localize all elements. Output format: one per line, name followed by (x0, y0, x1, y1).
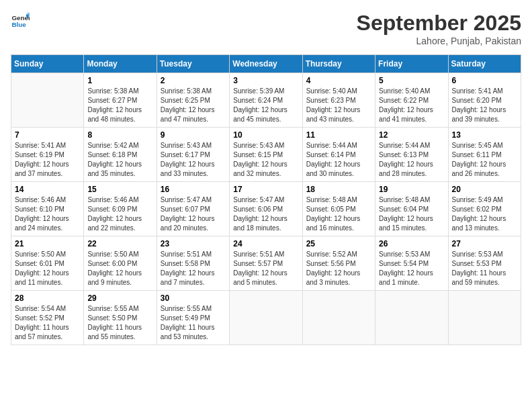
calendar-week-row: 7Sunrise: 5:41 AMSunset: 6:19 PMDaylight… (11, 128, 521, 182)
calendar-cell: 4Sunrise: 5:40 AMSunset: 6:23 PMDaylight… (302, 73, 375, 128)
calendar-cell: 23Sunrise: 5:51 AMSunset: 5:58 PMDayligh… (157, 236, 229, 291)
calendar-cell: 14Sunrise: 5:46 AMSunset: 6:10 PMDayligh… (11, 182, 84, 236)
day-info: Sunrise: 5:55 AMSunset: 5:50 PMDaylight:… (87, 304, 152, 342)
day-info: Sunrise: 5:44 AMSunset: 6:13 PMDaylight:… (379, 141, 444, 179)
day-info: Sunrise: 5:47 AMSunset: 6:06 PMDaylight:… (233, 195, 298, 233)
day-info: Sunrise: 5:53 AMSunset: 5:54 PMDaylight:… (379, 250, 444, 287)
day-number: 28 (15, 293, 80, 303)
title-block: September 2025 Lahore, Punjab, Pakistan (357, 11, 521, 46)
calendar-cell: 12Sunrise: 5:44 AMSunset: 6:13 PMDayligh… (375, 128, 448, 182)
day-number: 9 (161, 130, 226, 140)
calendar-header-row: SundayMondayTuesdayWednesdayThursdayFrid… (11, 55, 521, 73)
calendar-cell: 24Sunrise: 5:51 AMSunset: 5:57 PMDayligh… (230, 236, 302, 291)
calendar-cell: 8Sunrise: 5:42 AMSunset: 6:18 PMDaylight… (84, 128, 157, 182)
calendar-cell: 26Sunrise: 5:53 AMSunset: 5:54 PMDayligh… (375, 236, 448, 291)
logo-icon: General Blue (11, 11, 30, 30)
day-of-week-header: Wednesday (230, 55, 302, 73)
calendar-cell (375, 291, 448, 345)
day-number: 1 (87, 76, 152, 85)
calendar-cell: 16Sunrise: 5:47 AMSunset: 6:07 PMDayligh… (157, 182, 229, 236)
day-number: 26 (379, 239, 444, 248)
day-info: Sunrise: 5:48 AMSunset: 6:05 PMDaylight:… (306, 195, 371, 233)
day-info: Sunrise: 5:39 AMSunset: 6:24 PMDaylight:… (233, 87, 298, 124)
calendar-cell: 9Sunrise: 5:43 AMSunset: 6:17 PMDaylight… (157, 128, 229, 182)
day-info: Sunrise: 5:49 AMSunset: 6:02 PMDaylight:… (452, 195, 517, 233)
day-info: Sunrise: 5:50 AMSunset: 6:01 PMDaylight:… (15, 250, 80, 287)
svg-text:Blue: Blue (11, 21, 26, 28)
day-number: 11 (306, 130, 371, 140)
calendar-cell (230, 291, 302, 345)
day-info: Sunrise: 5:55 AMSunset: 5:49 PMDaylight:… (161, 304, 226, 342)
day-info: Sunrise: 5:42 AMSunset: 6:18 PMDaylight:… (87, 141, 152, 179)
day-number: 7 (15, 130, 80, 140)
calendar-week-row: 21Sunrise: 5:50 AMSunset: 6:01 PMDayligh… (11, 236, 521, 291)
day-number: 2 (161, 76, 226, 85)
day-info: Sunrise: 5:41 AMSunset: 6:19 PMDaylight:… (15, 141, 80, 179)
day-number: 23 (161, 239, 226, 248)
day-info: Sunrise: 5:51 AMSunset: 5:57 PMDaylight:… (233, 250, 298, 287)
day-info: Sunrise: 5:44 AMSunset: 6:14 PMDaylight:… (306, 141, 371, 179)
day-number: 14 (15, 185, 80, 194)
day-number: 25 (306, 239, 371, 248)
day-info: Sunrise: 5:40 AMSunset: 6:23 PMDaylight:… (306, 87, 371, 124)
calendar-cell: 22Sunrise: 5:50 AMSunset: 6:00 PMDayligh… (84, 236, 157, 291)
day-info: Sunrise: 5:38 AMSunset: 6:27 PMDaylight:… (87, 87, 152, 124)
day-info: Sunrise: 5:46 AMSunset: 6:10 PMDaylight:… (15, 195, 80, 233)
day-info: Sunrise: 5:40 AMSunset: 6:22 PMDaylight:… (379, 87, 444, 124)
logo: General Blue (11, 11, 30, 30)
calendar-cell: 5Sunrise: 5:40 AMSunset: 6:22 PMDaylight… (375, 73, 448, 128)
calendar-cell (448, 291, 521, 345)
calendar-cell: 30Sunrise: 5:55 AMSunset: 5:49 PMDayligh… (157, 291, 229, 345)
day-number: 6 (452, 76, 517, 85)
day-of-week-header: Tuesday (157, 55, 229, 73)
day-info: Sunrise: 5:51 AMSunset: 5:58 PMDaylight:… (161, 250, 226, 287)
day-number: 12 (379, 130, 444, 140)
calendar-week-row: 28Sunrise: 5:54 AMSunset: 5:52 PMDayligh… (11, 291, 521, 345)
day-info: Sunrise: 5:47 AMSunset: 6:07 PMDaylight:… (161, 195, 226, 233)
calendar-cell (302, 291, 375, 345)
calendar-cell: 3Sunrise: 5:39 AMSunset: 6:24 PMDaylight… (230, 73, 302, 128)
page-header: General Blue September 2025 Lahore, Punj… (11, 11, 521, 46)
calendar-cell: 20Sunrise: 5:49 AMSunset: 6:02 PMDayligh… (448, 182, 521, 236)
day-number: 24 (233, 239, 298, 248)
day-number: 19 (379, 185, 444, 194)
day-number: 20 (452, 185, 517, 194)
day-info: Sunrise: 5:46 AMSunset: 6:09 PMDaylight:… (87, 195, 152, 233)
day-info: Sunrise: 5:45 AMSunset: 6:11 PMDaylight:… (452, 141, 517, 179)
day-number: 15 (87, 185, 152, 194)
day-number: 21 (15, 239, 80, 248)
day-number: 16 (161, 185, 226, 194)
day-info: Sunrise: 5:50 AMSunset: 6:00 PMDaylight:… (87, 250, 152, 287)
day-number: 5 (379, 76, 444, 85)
day-info: Sunrise: 5:52 AMSunset: 5:56 PMDaylight:… (306, 250, 371, 287)
day-info: Sunrise: 5:43 AMSunset: 6:17 PMDaylight:… (161, 141, 226, 179)
day-info: Sunrise: 5:48 AMSunset: 6:04 PMDaylight:… (379, 195, 444, 233)
calendar-cell: 28Sunrise: 5:54 AMSunset: 5:52 PMDayligh… (11, 291, 84, 345)
calendar-week-row: 1Sunrise: 5:38 AMSunset: 6:27 PMDaylight… (11, 73, 521, 128)
calendar-cell: 15Sunrise: 5:46 AMSunset: 6:09 PMDayligh… (84, 182, 157, 236)
calendar-cell: 10Sunrise: 5:43 AMSunset: 6:15 PMDayligh… (230, 128, 302, 182)
month-title: September 2025 (357, 11, 521, 36)
calendar-cell (11, 73, 84, 128)
location: Lahore, Punjab, Pakistan (357, 36, 521, 46)
calendar-cell: 27Sunrise: 5:53 AMSunset: 5:53 PMDayligh… (448, 236, 521, 291)
day-of-week-header: Monday (84, 55, 157, 73)
calendar-cell: 25Sunrise: 5:52 AMSunset: 5:56 PMDayligh… (302, 236, 375, 291)
day-of-week-header: Saturday (448, 55, 521, 73)
calendar-body: 1Sunrise: 5:38 AMSunset: 6:27 PMDaylight… (11, 73, 521, 345)
calendar-cell: 11Sunrise: 5:44 AMSunset: 6:14 PMDayligh… (302, 128, 375, 182)
day-number: 13 (452, 130, 517, 140)
calendar-cell: 29Sunrise: 5:55 AMSunset: 5:50 PMDayligh… (84, 291, 157, 345)
day-number: 27 (452, 239, 517, 248)
day-info: Sunrise: 5:38 AMSunset: 6:25 PMDaylight:… (161, 87, 226, 124)
day-number: 3 (233, 76, 298, 85)
calendar-cell: 7Sunrise: 5:41 AMSunset: 6:19 PMDaylight… (11, 128, 84, 182)
day-number: 8 (87, 130, 152, 140)
day-number: 18 (306, 185, 371, 194)
day-info: Sunrise: 5:41 AMSunset: 6:20 PMDaylight:… (452, 87, 517, 124)
day-of-week-header: Sunday (11, 55, 84, 73)
calendar-cell: 2Sunrise: 5:38 AMSunset: 6:25 PMDaylight… (157, 73, 229, 128)
calendar-cell: 17Sunrise: 5:47 AMSunset: 6:06 PMDayligh… (230, 182, 302, 236)
day-number: 10 (233, 130, 298, 140)
calendar-cell: 1Sunrise: 5:38 AMSunset: 6:27 PMDaylight… (84, 73, 157, 128)
